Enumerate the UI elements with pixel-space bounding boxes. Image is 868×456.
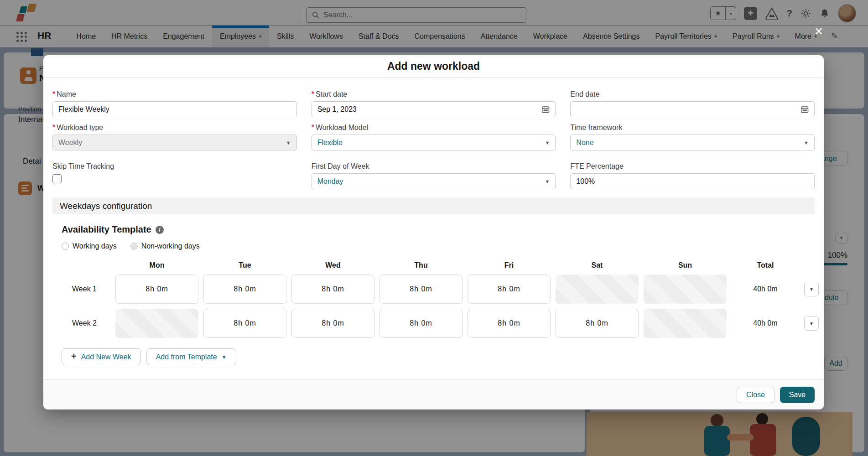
workload-model-field: *Workload Model Flexible ▼ [312, 123, 556, 150]
required-marker: * [52, 90, 55, 98]
first-day-of-week-select[interactable]: Monday ▼ [312, 173, 556, 189]
week-row: Week 28h 0m8h 0m8h 0m8h 0m8h 0m40h 0m▼ [62, 309, 815, 338]
time-framework-field: Time framework None ▼ [570, 123, 815, 150]
name-field: *Name [52, 90, 297, 117]
workload-model-label: Workload Model [316, 124, 368, 131]
fte-percentage-field: FTE Percentage [570, 162, 815, 189]
week-row: Week 18h 0m8h 0m8h 0m8h 0m8h 0m40h 0m▼ [62, 275, 815, 304]
day-hours-cell[interactable]: 8h 0m [468, 275, 551, 304]
day-hours-cell[interactable]: 8h 0m [379, 309, 463, 338]
weekdays-configuration-title: Weekdays configuration [60, 201, 152, 211]
dropdown-arrow-icon: ▼ [804, 140, 809, 145]
workload-type-select[interactable]: Weekly ▼ [52, 135, 297, 150]
day-header: Thu [379, 261, 463, 269]
week-label: Week 2 [62, 319, 110, 327]
end-date-field: End date [570, 90, 815, 117]
start-date-input-wrap [312, 101, 556, 117]
dropdown-arrow-icon: ▼ [545, 179, 550, 184]
week-label: Week 1 [62, 285, 110, 293]
add-new-week-label: Add New Week [81, 353, 131, 361]
dropdown-arrow-icon: ▼ [809, 287, 814, 292]
week-rows: Week 18h 0m8h 0m8h 0m8h 0m8h 0m40h 0m▼We… [62, 275, 815, 338]
week-row-menu-button[interactable]: ▼ [804, 316, 819, 331]
day-header: Sun [644, 261, 727, 269]
add-from-template-label: Add from Template [156, 353, 217, 361]
start-date-label: Start date [316, 90, 347, 98]
start-date-field: *Start date [312, 90, 556, 117]
day-hours-cell[interactable]: 8h 0m [556, 309, 639, 338]
non-working-days-label: Non-working days [141, 242, 200, 250]
modal-title: Add new workload [387, 60, 480, 73]
required-marker: * [312, 124, 314, 131]
name-input-wrap [52, 101, 297, 117]
close-icon: ✕ [814, 25, 823, 37]
day-header: Sat [556, 261, 639, 269]
calendar-icon[interactable] [800, 105, 809, 114]
fte-percentage-label: FTE Percentage [570, 162, 624, 170]
day-hours-cell[interactable]: 8h 0m [115, 275, 198, 304]
time-framework-label: Time framework [570, 124, 622, 131]
day-header: Wed [291, 261, 374, 269]
info-icon[interactable]: i [156, 226, 164, 234]
workload-type-value: Weekly [58, 139, 82, 147]
end-date-input-wrap [570, 101, 815, 117]
day-hours-cell[interactable]: 8h 0m [203, 275, 286, 304]
fte-percentage-input[interactable] [576, 177, 809, 186]
workload-type-label: Workload type [57, 124, 103, 131]
skip-time-tracking-checkbox[interactable] [52, 174, 62, 183]
start-date-input[interactable] [317, 105, 541, 114]
total-header: Total [732, 261, 799, 269]
required-marker: * [52, 124, 55, 131]
calendar-icon[interactable] [541, 105, 550, 114]
working-days-radio[interactable]: Working days [62, 242, 117, 250]
time-framework-value: None [576, 139, 593, 147]
workload-model-select[interactable]: Flexible ▼ [312, 135, 556, 150]
end-date-input[interactable] [576, 105, 800, 114]
availability-radios: Working days Non-working days [62, 242, 815, 250]
radio-icon [130, 243, 138, 250]
add-from-template-button[interactable]: Add from Template ▼ [146, 348, 236, 365]
add-new-week-button[interactable]: + Add New Week [62, 348, 141, 365]
dropdown-arrow-icon: ▼ [222, 354, 227, 360]
day-hours-cell[interactable]: 8h 0m [291, 275, 374, 304]
plus-icon: + [71, 351, 77, 362]
day-hours-cell[interactable]: 8h 0m [468, 309, 551, 338]
modal-close-button[interactable]: ✕ [812, 25, 826, 38]
day-header: Mon [115, 261, 198, 269]
modal-header: Add new workload [43, 55, 824, 78]
dropdown-arrow-icon: ▼ [809, 321, 814, 326]
fte-percentage-input-wrap [570, 173, 815, 189]
first-day-of-week-field: First Day of Week Monday ▼ [312, 162, 556, 189]
week-row-menu-button[interactable]: ▼ [804, 282, 819, 296]
time-framework-select[interactable]: None ▼ [570, 135, 815, 150]
name-label: Name [57, 90, 76, 98]
close-button[interactable]: Close [737, 387, 774, 403]
weekdays-configuration-header: Weekdays configuration [52, 197, 815, 214]
required-marker: * [312, 90, 314, 98]
non-working-day-cell [644, 309, 727, 338]
save-button[interactable]: Save [780, 387, 815, 403]
day-header: Fri [468, 261, 551, 269]
workload-model-value: Flexible [317, 139, 343, 147]
day-hours-cell[interactable]: 8h 0m [291, 309, 374, 338]
first-day-of-week-label: First Day of Week [312, 162, 369, 170]
week-total: 40h 0m [732, 319, 799, 327]
first-day-of-week-value: Monday [317, 177, 343, 186]
non-working-day-cell [115, 309, 198, 338]
availability-template-title: Availability Template [62, 224, 151, 235]
screen: Search... ★ ▾ + ? HR HomeHR MetricsEngag… [0, 0, 868, 456]
non-working-days-radio[interactable]: Non-working days [130, 242, 200, 250]
day-hours-cell[interactable]: 8h 0m [203, 309, 286, 338]
day-hours-cell[interactable]: 8h 0m [379, 275, 463, 304]
skip-time-tracking-field: Skip Time Tracking [52, 162, 297, 189]
week-total: 40h 0m [732, 285, 799, 293]
name-input[interactable] [58, 105, 291, 114]
workload-type-field: *Workload type Weekly ▼ [52, 123, 297, 150]
weekdays-section: Availability Template i Working days Non… [52, 224, 815, 365]
end-date-label: End date [570, 90, 599, 98]
dropdown-arrow-icon: ▼ [286, 140, 291, 145]
weekday-header-row: MonTueWedThuFriSatSunTotal [62, 261, 815, 269]
skip-time-tracking-label: Skip Time Tracking [52, 162, 114, 170]
day-header: Tue [203, 261, 286, 269]
modal-footer: Close Save [43, 379, 824, 409]
